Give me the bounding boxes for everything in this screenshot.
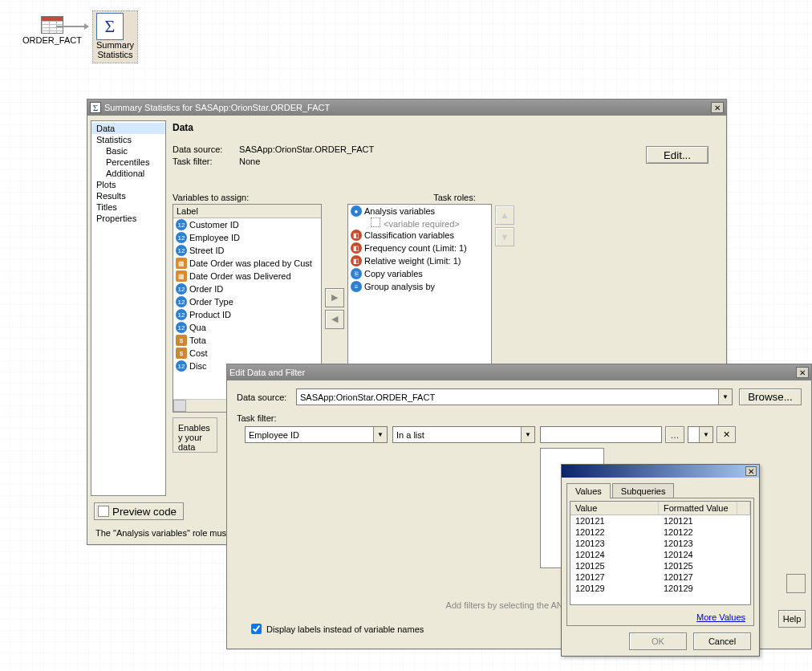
value-picker-button[interactable]: … <box>665 426 684 443</box>
list-item: ▦Date Order was placed by Cust <box>173 257 321 270</box>
chevron-down-icon[interactable]: ▼ <box>373 427 387 442</box>
list-item: ▦Date Order was Delivered <box>173 270 321 283</box>
nav-item-basic[interactable]: Basic <box>91 145 165 157</box>
list-item: 12Qua <box>173 321 321 334</box>
list-item: 12Order ID <box>173 283 321 295</box>
button-fragment <box>786 574 806 593</box>
data-source-combo[interactable]: SASApp:OrionStar.ORDER_FACT ▼ <box>296 388 733 405</box>
currency-icon: $ <box>176 348 187 359</box>
numeric-icon: 12 <box>176 309 187 320</box>
move-down-button[interactable]: ▼ <box>495 227 514 246</box>
move-up-button[interactable]: ▲ <box>495 205 514 225</box>
nav-item-plots[interactable]: Plots <box>91 179 165 190</box>
titlebar[interactable]: Σ Summary Statistics for SASApp:OrionSta… <box>87 100 726 116</box>
flow-node-label-line2: Statistics <box>98 50 133 59</box>
date-icon: ▦ <box>176 270 187 282</box>
tab-values[interactable]: Values <box>566 483 611 498</box>
role-icon: ◧ <box>351 242 362 254</box>
preview-code-button[interactable]: Preview code <box>94 502 184 520</box>
assign-left-button[interactable]: ◀ <box>325 310 344 329</box>
remove-filter-button[interactable]: ✕ <box>717 426 736 443</box>
chevron-down-icon[interactable]: ▼ <box>718 389 732 405</box>
chevron-down-icon[interactable]: ▼ <box>699 427 713 442</box>
flow-node-summary-stats[interactable]: Σ Summary Statistics <box>93 11 137 63</box>
value-picker-popup: ✕ Values Subqueries Value Formatted Valu… <box>561 464 760 657</box>
numeric-icon: 12 <box>176 360 187 372</box>
data-source-value: SASApp:OrionStar.ORDER_FACT <box>239 144 374 154</box>
filter-field-combo[interactable]: Employee ID ▼ <box>245 426 388 443</box>
nav-item-percentiles[interactable]: Percentiles <box>91 157 165 168</box>
list-item: 12Street ID <box>173 244 321 257</box>
numeric-icon: 12 <box>176 283 187 295</box>
cancel-button[interactable]: Cancel <box>693 632 751 650</box>
table-row[interactable]: 120124120124 <box>570 549 750 560</box>
nav-tree: Data Statistics Basic Percentiles Additi… <box>91 120 166 496</box>
table-icon <box>41 16 63 34</box>
data-source-label: Data source: <box>173 144 237 154</box>
page-title: Data <box>173 122 718 133</box>
scrollbar-head <box>737 502 750 514</box>
role-group[interactable]: ≡Group analysis by <box>348 280 491 293</box>
col-formatted-header[interactable]: Formatted Value <box>659 502 737 514</box>
date-icon: ▦ <box>176 258 187 269</box>
table-row[interactable]: 120123120123 <box>570 538 750 549</box>
table-row[interactable]: 120125120125 <box>570 560 750 571</box>
chevron-down-icon[interactable]: ▼ <box>521 427 534 442</box>
table-row[interactable]: 120121120121 <box>570 515 750 527</box>
task-filter-label: Task filter: <box>237 413 802 423</box>
role-frequency[interactable]: ◧Frequency count (Limit: 1) <box>348 242 491 254</box>
nav-item-data[interactable]: Data <box>91 123 165 134</box>
nav-item-results[interactable]: Results <box>91 190 165 201</box>
role-icon: ◧ <box>351 255 362 266</box>
role-weight[interactable]: ◧Relative weight (Limit: 1) <box>348 254 491 267</box>
close-button[interactable]: ✕ <box>796 367 809 378</box>
filter-operator-combo[interactable]: In a list ▼ <box>392 426 535 443</box>
table-row[interactable]: 120122120122 <box>570 527 750 538</box>
close-button[interactable]: ✕ <box>745 466 757 476</box>
titlebar[interactable]: Edit Data and Filter ✕ <box>227 364 811 380</box>
help-button[interactable]: Help <box>778 610 806 628</box>
ok-button[interactable]: OK <box>629 632 687 650</box>
nav-item-additional[interactable]: Additional <box>91 168 165 179</box>
task-filter-value: None <box>239 157 260 166</box>
nav-item-properties[interactable]: Properties <box>91 213 165 224</box>
sigma-icon: Σ <box>96 13 124 40</box>
flow-node-label: ORDER_FACT <box>22 35 82 45</box>
list-item: 12Order Type <box>173 295 321 308</box>
numeric-icon: 12 <box>176 322 187 333</box>
role-copy[interactable]: ⎘Copy variables <box>348 267 491 280</box>
roles-label: Task roles: <box>433 193 476 202</box>
titlebar[interactable]: ✕ <box>562 465 759 478</box>
flow-node-order-fact[interactable]: ORDER_FACT <box>22 16 82 45</box>
filter-value-input[interactable] <box>540 426 662 443</box>
role-icon: ⎘ <box>351 268 362 279</box>
hint-text: Enables y your data <box>173 417 217 453</box>
display-labels-checkbox[interactable] <box>251 624 262 634</box>
tab-subqueries[interactable]: Subqueries <box>612 483 675 498</box>
variables-label: Variables to assign: <box>173 193 249 202</box>
role-classification[interactable]: ◧Classification variables <box>348 229 491 242</box>
list-item: 12Customer ID <box>173 218 321 231</box>
numeric-icon: 12 <box>176 245 187 256</box>
table-row[interactable]: 120127120127 <box>570 571 750 583</box>
more-values-link[interactable]: More Values <box>696 612 745 622</box>
variables-header[interactable]: Label <box>173 205 321 218</box>
window-title: Edit Data and Filter <box>229 368 305 377</box>
filter-extra-combo[interactable]: ▼ <box>688 426 713 443</box>
assign-right-button[interactable]: ▶ <box>325 288 344 307</box>
nav-item-statistics[interactable]: Statistics <box>91 134 165 145</box>
table-row[interactable]: 120129120129 <box>570 583 750 594</box>
role-icon: ≡ <box>351 281 362 292</box>
edit-button[interactable]: Edit... <box>646 146 708 164</box>
currency-icon: $ <box>176 335 187 346</box>
numeric-icon: 12 <box>176 296 187 307</box>
nav-item-titles[interactable]: Titles <box>91 201 165 213</box>
list-item: 12Product ID <box>173 308 321 321</box>
scroll-left-icon[interactable] <box>173 400 186 412</box>
numeric-icon: 12 <box>176 219 187 230</box>
values-table[interactable]: Value Formatted Value 120121120121 12012… <box>570 501 751 605</box>
close-button[interactable]: ✕ <box>711 102 724 113</box>
col-value-header[interactable]: Value <box>570 502 659 514</box>
role-analysis[interactable]: ●Analysis variables <box>348 205 491 218</box>
browse-button[interactable]: Browse... <box>739 388 802 405</box>
